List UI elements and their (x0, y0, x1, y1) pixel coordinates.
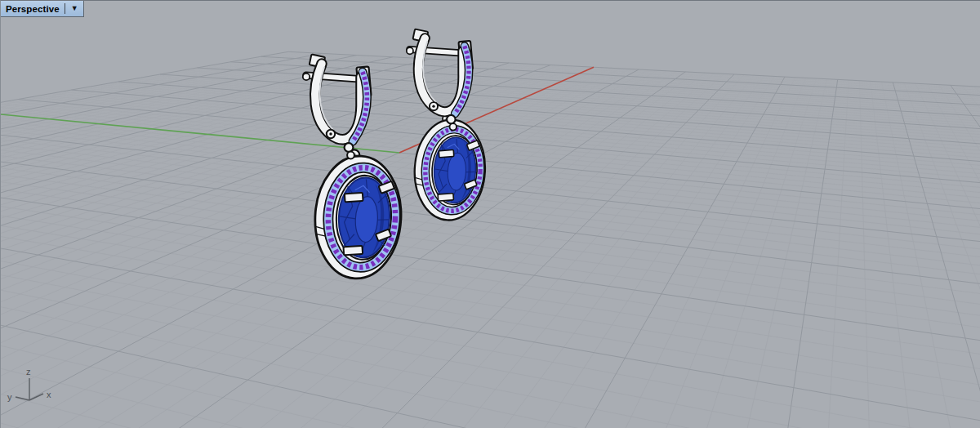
grid-line (1, 181, 980, 428)
grid-line (1, 195, 980, 428)
viewport-title[interactable]: Perspective (6, 4, 60, 14)
gizmo-x-axis (29, 394, 43, 400)
viewport-title-tab[interactable]: Perspective ▼ (1, 1, 84, 17)
gizmo-y-label: y (7, 392, 12, 402)
viewport-canvas[interactable]: z x y (1, 1, 980, 428)
grid-line (1, 201, 980, 428)
viewport-dropdown-arrow[interactable]: ▼ (69, 5, 81, 12)
gizmo-x-label: x (47, 390, 51, 399)
3d-viewport[interactable]: z x y Perspective ▼ (0, 0, 980, 428)
tab-separator (65, 3, 65, 14)
grid-line (1, 234, 980, 428)
grid-line (1, 296, 980, 428)
grid-line (1, 176, 980, 428)
gizmo-z-label: z (26, 367, 31, 377)
